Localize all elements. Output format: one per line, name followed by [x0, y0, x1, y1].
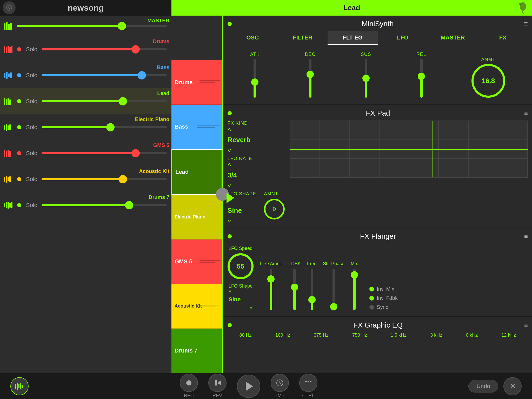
tab-flt-eg[interactable]: FLT EG: [328, 31, 378, 45]
minisynth-menu[interactable]: ≡: [524, 20, 528, 28]
main-content: MASTER Solo Drums: [0, 16, 532, 373]
anmt-knob[interactable]: 16.8: [471, 64, 505, 98]
drums7-block[interactable]: Drums 7: [171, 329, 222, 373]
minisynth-title: MiniSynth: [362, 20, 394, 28]
tab-osc[interactable]: OSC: [228, 31, 278, 45]
gms5-solo[interactable]: Solo: [24, 150, 39, 157]
acoustic-solo[interactable]: Solo: [24, 176, 39, 183]
gms5-slider[interactable]: [42, 152, 167, 154]
lfo-speed-control: LFO Speed 55 LFO Shape ^ Sine ^: [228, 246, 254, 310]
acoustic-slider[interactable]: [42, 178, 167, 180]
lead-solo[interactable]: Solo: [24, 98, 39, 105]
drums-block[interactable]: Drums: [171, 60, 222, 104]
track-master: MASTER: [0, 16, 171, 36]
str-phase-slider[interactable]: [332, 269, 335, 310]
fxflanger-toggles: Inv. Mix Inv. Fdbk Sync: [369, 286, 398, 310]
svg-rect-29: [8, 177, 9, 181]
atk-slider[interactable]: [254, 59, 256, 98]
lfo-rate-up[interactable]: ^: [228, 162, 231, 170]
atk-label: ATK: [250, 52, 260, 57]
back-button[interactable]: [3, 1, 16, 14]
tab-lfo[interactable]: LFO: [378, 31, 428, 45]
lead-dot: [17, 99, 21, 103]
lfo-rate-control: LFO RATE ^ 3/4 ^: [228, 156, 285, 188]
eq-band-1-5khz: 1.5 kHz: [391, 332, 407, 338]
epiano-block[interactable]: Electric Piano: [171, 195, 222, 240]
freq-label: Freq: [307, 261, 317, 267]
drums7-solo[interactable]: Solo: [24, 202, 39, 209]
mixer-panel: MASTER Solo Drums: [0, 16, 171, 373]
gms5-label: GMS 5: [153, 142, 169, 148]
fx-kind-down[interactable]: ^: [228, 145, 231, 153]
flanger-lfo-shape-down[interactable]: ^: [229, 303, 252, 310]
lfo-shape-down[interactable]: ^: [228, 216, 231, 223]
svg-rect-32: [6, 202, 7, 208]
master-block[interactable]: [171, 16, 222, 60]
rev-label: REV: [212, 393, 222, 398]
mix-slider[interactable]: [353, 269, 356, 310]
lead-slider[interactable]: [42, 100, 167, 102]
drums-slider[interactable]: [42, 48, 167, 50]
green-arrow: [227, 193, 234, 203]
rec-label: REC: [184, 393, 194, 398]
lead-block[interactable]: Lead: [171, 149, 222, 195]
fdbk-slider[interactable]: [293, 269, 296, 310]
bass-block[interactable]: Bass: [171, 105, 222, 149]
mixer-button[interactable]: [10, 377, 29, 395]
epiano-slider[interactable]: [42, 126, 167, 128]
svg-rect-11: [4, 73, 5, 78]
tab-filter[interactable]: FILTER: [278, 31, 328, 45]
fxpad-amnt-knob[interactable]: 0: [264, 199, 285, 220]
fdbk-label: FDBK: [288, 261, 301, 267]
epiano-label: Electric Piano: [135, 116, 169, 122]
freq-slider[interactable]: [311, 269, 313, 310]
ctrl-button[interactable]: [299, 374, 317, 392]
inv-mix-toggle[interactable]: Inv. Mix: [369, 286, 398, 292]
flanger-lfo-shape-up[interactable]: ^: [229, 289, 231, 296]
tmp-button[interactable]: [271, 374, 289, 392]
sync-label: Sync: [377, 304, 388, 310]
fxpad-menu[interactable]: ≡: [524, 110, 528, 117]
svg-rect-17: [8, 98, 9, 105]
eq-band-12khz: 12 kHz: [501, 332, 516, 338]
tab-fx[interactable]: FX: [478, 31, 528, 45]
bass-slider[interactable]: [42, 74, 167, 76]
lfo-amnt-slider[interactable]: [270, 269, 272, 310]
undo-button[interactable]: Undo: [468, 380, 498, 393]
rec-button[interactable]: [180, 374, 198, 392]
svg-rect-21: [8, 125, 9, 130]
bottom-left-controls: [10, 377, 29, 395]
svg-rect-7: [6, 47, 7, 53]
play-button[interactable]: [237, 375, 260, 398]
inv-fdbk-toggle[interactable]: Inv. Fdbk: [369, 295, 398, 301]
close-button[interactable]: ✕: [503, 377, 522, 395]
svg-rect-24: [6, 151, 7, 157]
drums7-slider[interactable]: [42, 204, 167, 206]
fxeq-title: FX Graphic EQ: [353, 321, 403, 329]
bass-label: Bass: [157, 64, 169, 70]
fxpad-grid[interactable]: // Will be drawn via CSS grid: [290, 121, 528, 178]
dec-slider[interactable]: [309, 59, 311, 98]
svg-rect-28: [6, 176, 7, 183]
rel-slider[interactable]: [420, 59, 423, 98]
fxpad-header: FX Pad ≡: [228, 109, 528, 117]
svg-rect-5: [10, 23, 12, 30]
sus-slider[interactable]: [365, 59, 367, 98]
bass-solo[interactable]: Solo: [24, 72, 39, 79]
lfo-rate-down[interactable]: ^: [228, 181, 231, 188]
epiano-solo[interactable]: Solo: [24, 124, 39, 131]
sync-toggle[interactable]: Sync: [369, 304, 398, 310]
fx-kind-up[interactable]: ^: [228, 127, 231, 134]
fxeq-menu[interactable]: ≡: [524, 322, 528, 329]
acoustic-block[interactable]: Acoustic Kit: [171, 284, 222, 328]
lfo-speed-knob[interactable]: 55: [228, 253, 254, 279]
master-slider-container[interactable]: [17, 25, 167, 27]
fxflanger-menu[interactable]: ≡: [524, 233, 528, 240]
drums-label: Drums: [153, 38, 169, 44]
sync-dot: [369, 305, 374, 310]
tab-master[interactable]: MASTER: [428, 31, 478, 45]
rev-button[interactable]: [208, 374, 227, 392]
svg-rect-33: [8, 202, 9, 209]
drums-solo[interactable]: Solo: [24, 46, 39, 53]
gms5-block[interactable]: GMS 5: [171, 240, 222, 284]
